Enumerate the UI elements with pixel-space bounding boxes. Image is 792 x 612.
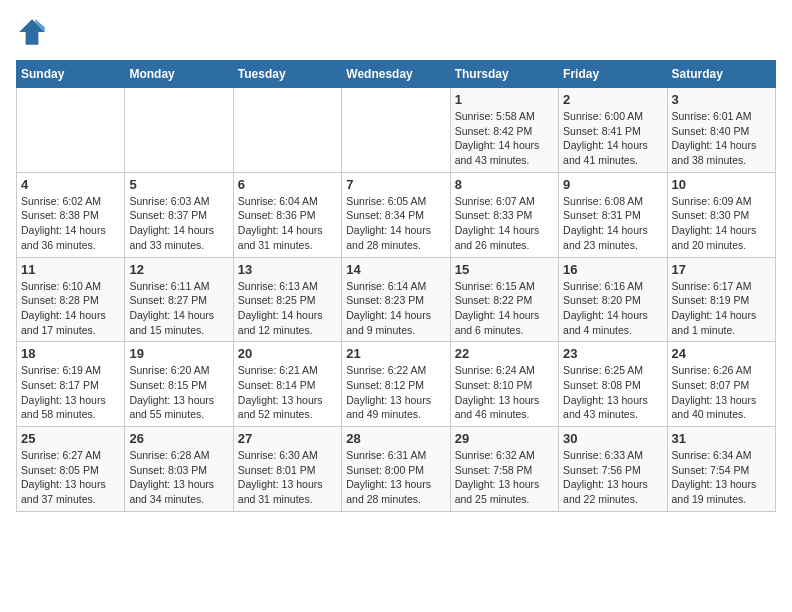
day-info: Sunrise: 6:09 AM Sunset: 8:30 PM Dayligh…: [672, 194, 771, 253]
day-info: Sunrise: 6:33 AM Sunset: 7:56 PM Dayligh…: [563, 448, 662, 507]
day-info: Sunrise: 6:04 AM Sunset: 8:36 PM Dayligh…: [238, 194, 337, 253]
calendar-cell: 15Sunrise: 6:15 AM Sunset: 8:22 PM Dayli…: [450, 257, 558, 342]
logo-icon: [16, 16, 48, 48]
calendar-cell: 26Sunrise: 6:28 AM Sunset: 8:03 PM Dayli…: [125, 427, 233, 512]
calendar-week-row: 11Sunrise: 6:10 AM Sunset: 8:28 PM Dayli…: [17, 257, 776, 342]
calendar-cell: 14Sunrise: 6:14 AM Sunset: 8:23 PM Dayli…: [342, 257, 450, 342]
day-info: Sunrise: 6:25 AM Sunset: 8:08 PM Dayligh…: [563, 363, 662, 422]
day-info: Sunrise: 6:15 AM Sunset: 8:22 PM Dayligh…: [455, 279, 554, 338]
calendar-cell: 22Sunrise: 6:24 AM Sunset: 8:10 PM Dayli…: [450, 342, 558, 427]
day-info: Sunrise: 6:01 AM Sunset: 8:40 PM Dayligh…: [672, 109, 771, 168]
day-info: Sunrise: 6:34 AM Sunset: 7:54 PM Dayligh…: [672, 448, 771, 507]
day-number: 20: [238, 346, 337, 361]
calendar-cell: 28Sunrise: 6:31 AM Sunset: 8:00 PM Dayli…: [342, 427, 450, 512]
svg-marker-0: [19, 19, 45, 45]
calendar-cell: 9Sunrise: 6:08 AM Sunset: 8:31 PM Daylig…: [559, 172, 667, 257]
day-number: 25: [21, 431, 120, 446]
calendar-cell: 30Sunrise: 6:33 AM Sunset: 7:56 PM Dayli…: [559, 427, 667, 512]
day-number: 9: [563, 177, 662, 192]
calendar-cell: 31Sunrise: 6:34 AM Sunset: 7:54 PM Dayli…: [667, 427, 775, 512]
day-number: 1: [455, 92, 554, 107]
day-info: Sunrise: 6:02 AM Sunset: 8:38 PM Dayligh…: [21, 194, 120, 253]
day-info: Sunrise: 6:24 AM Sunset: 8:10 PM Dayligh…: [455, 363, 554, 422]
day-info: Sunrise: 6:21 AM Sunset: 8:14 PM Dayligh…: [238, 363, 337, 422]
day-info: Sunrise: 6:07 AM Sunset: 8:33 PM Dayligh…: [455, 194, 554, 253]
day-info: Sunrise: 6:16 AM Sunset: 8:20 PM Dayligh…: [563, 279, 662, 338]
day-number: 14: [346, 262, 445, 277]
day-number: 28: [346, 431, 445, 446]
weekday-header-sunday: Sunday: [17, 61, 125, 88]
calendar-cell: 20Sunrise: 6:21 AM Sunset: 8:14 PM Dayli…: [233, 342, 341, 427]
day-info: Sunrise: 6:17 AM Sunset: 8:19 PM Dayligh…: [672, 279, 771, 338]
calendar-cell: 11Sunrise: 6:10 AM Sunset: 8:28 PM Dayli…: [17, 257, 125, 342]
day-number: 15: [455, 262, 554, 277]
day-info: Sunrise: 6:13 AM Sunset: 8:25 PM Dayligh…: [238, 279, 337, 338]
day-number: 30: [563, 431, 662, 446]
weekday-header-friday: Friday: [559, 61, 667, 88]
calendar-cell: [233, 88, 341, 173]
day-info: Sunrise: 6:20 AM Sunset: 8:15 PM Dayligh…: [129, 363, 228, 422]
day-number: 19: [129, 346, 228, 361]
calendar-cell: 17Sunrise: 6:17 AM Sunset: 8:19 PM Dayli…: [667, 257, 775, 342]
calendar-cell: 16Sunrise: 6:16 AM Sunset: 8:20 PM Dayli…: [559, 257, 667, 342]
page-header: [16, 16, 776, 48]
day-number: 7: [346, 177, 445, 192]
calendar-week-row: 4Sunrise: 6:02 AM Sunset: 8:38 PM Daylig…: [17, 172, 776, 257]
calendar-table: SundayMondayTuesdayWednesdayThursdayFrid…: [16, 60, 776, 512]
calendar-cell: 21Sunrise: 6:22 AM Sunset: 8:12 PM Dayli…: [342, 342, 450, 427]
calendar-cell: 6Sunrise: 6:04 AM Sunset: 8:36 PM Daylig…: [233, 172, 341, 257]
calendar-cell: 29Sunrise: 6:32 AM Sunset: 7:58 PM Dayli…: [450, 427, 558, 512]
calendar-cell: 24Sunrise: 6:26 AM Sunset: 8:07 PM Dayli…: [667, 342, 775, 427]
day-info: Sunrise: 6:32 AM Sunset: 7:58 PM Dayligh…: [455, 448, 554, 507]
day-number: 24: [672, 346, 771, 361]
calendar-cell: 12Sunrise: 6:11 AM Sunset: 8:27 PM Dayli…: [125, 257, 233, 342]
calendar-cell: 2Sunrise: 6:00 AM Sunset: 8:41 PM Daylig…: [559, 88, 667, 173]
calendar-cell: 13Sunrise: 6:13 AM Sunset: 8:25 PM Dayli…: [233, 257, 341, 342]
calendar-week-row: 1Sunrise: 5:58 AM Sunset: 8:42 PM Daylig…: [17, 88, 776, 173]
day-number: 29: [455, 431, 554, 446]
calendar-cell: [342, 88, 450, 173]
day-info: Sunrise: 6:08 AM Sunset: 8:31 PM Dayligh…: [563, 194, 662, 253]
day-info: Sunrise: 6:26 AM Sunset: 8:07 PM Dayligh…: [672, 363, 771, 422]
day-info: Sunrise: 6:05 AM Sunset: 8:34 PM Dayligh…: [346, 194, 445, 253]
day-info: Sunrise: 6:19 AM Sunset: 8:17 PM Dayligh…: [21, 363, 120, 422]
day-number: 18: [21, 346, 120, 361]
day-number: 17: [672, 262, 771, 277]
day-number: 10: [672, 177, 771, 192]
day-number: 6: [238, 177, 337, 192]
weekday-header-wednesday: Wednesday: [342, 61, 450, 88]
day-info: Sunrise: 5:58 AM Sunset: 8:42 PM Dayligh…: [455, 109, 554, 168]
day-number: 5: [129, 177, 228, 192]
calendar-cell: [125, 88, 233, 173]
weekday-header-row: SundayMondayTuesdayWednesdayThursdayFrid…: [17, 61, 776, 88]
day-info: Sunrise: 6:10 AM Sunset: 8:28 PM Dayligh…: [21, 279, 120, 338]
calendar-cell: 4Sunrise: 6:02 AM Sunset: 8:38 PM Daylig…: [17, 172, 125, 257]
day-number: 23: [563, 346, 662, 361]
day-number: 16: [563, 262, 662, 277]
calendar-cell: 1Sunrise: 5:58 AM Sunset: 8:42 PM Daylig…: [450, 88, 558, 173]
calendar-cell: 18Sunrise: 6:19 AM Sunset: 8:17 PM Dayli…: [17, 342, 125, 427]
day-number: 3: [672, 92, 771, 107]
weekday-header-monday: Monday: [125, 61, 233, 88]
calendar-cell: 8Sunrise: 6:07 AM Sunset: 8:33 PM Daylig…: [450, 172, 558, 257]
calendar-cell: 23Sunrise: 6:25 AM Sunset: 8:08 PM Dayli…: [559, 342, 667, 427]
day-number: 31: [672, 431, 771, 446]
day-number: 21: [346, 346, 445, 361]
calendar-cell: 10Sunrise: 6:09 AM Sunset: 8:30 PM Dayli…: [667, 172, 775, 257]
calendar-cell: 3Sunrise: 6:01 AM Sunset: 8:40 PM Daylig…: [667, 88, 775, 173]
weekday-header-saturday: Saturday: [667, 61, 775, 88]
calendar-week-row: 18Sunrise: 6:19 AM Sunset: 8:17 PM Dayli…: [17, 342, 776, 427]
day-number: 2: [563, 92, 662, 107]
day-info: Sunrise: 6:27 AM Sunset: 8:05 PM Dayligh…: [21, 448, 120, 507]
logo: [16, 16, 52, 48]
day-number: 26: [129, 431, 228, 446]
day-number: 11: [21, 262, 120, 277]
day-info: Sunrise: 6:14 AM Sunset: 8:23 PM Dayligh…: [346, 279, 445, 338]
calendar-cell: 19Sunrise: 6:20 AM Sunset: 8:15 PM Dayli…: [125, 342, 233, 427]
day-info: Sunrise: 6:28 AM Sunset: 8:03 PM Dayligh…: [129, 448, 228, 507]
day-info: Sunrise: 6:11 AM Sunset: 8:27 PM Dayligh…: [129, 279, 228, 338]
calendar-cell: [17, 88, 125, 173]
calendar-week-row: 25Sunrise: 6:27 AM Sunset: 8:05 PM Dayli…: [17, 427, 776, 512]
day-info: Sunrise: 6:31 AM Sunset: 8:00 PM Dayligh…: [346, 448, 445, 507]
weekday-header-tuesday: Tuesday: [233, 61, 341, 88]
